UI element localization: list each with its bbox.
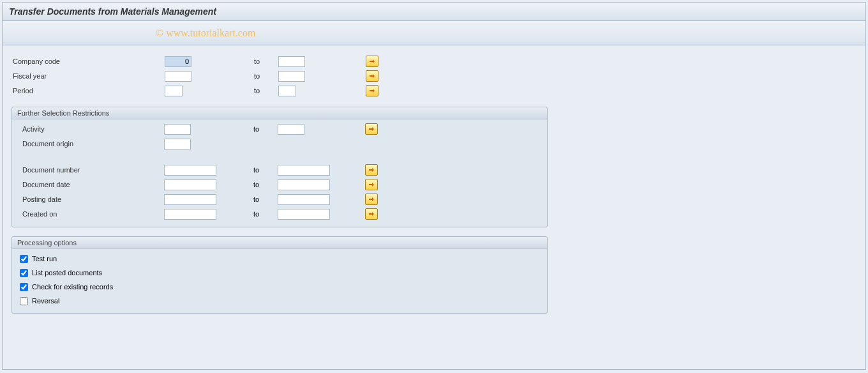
checkbox-check-existing[interactable] [20,283,28,291]
input-company-code-from[interactable] [165,56,191,67]
input-posting-date-from[interactable] [164,194,216,205]
row-document-origin: Document origin [16,137,543,151]
section-body-processing: Test run List posted documents Check for… [12,249,547,308]
multiple-selection-document-number-icon[interactable] [365,164,378,176]
input-activity-from[interactable] [164,124,191,135]
page-title: Transfer Documents from Materials Manage… [3,3,865,21]
row-list-posted: List posted documents [16,266,543,280]
input-document-number-from[interactable] [164,165,216,176]
window-container: Transfer Documents from Materials Manage… [2,2,866,370]
checkbox-reversal[interactable] [20,297,28,305]
multiple-selection-created-on-icon[interactable] [365,208,378,220]
label-company-code: Company code [11,57,165,65]
input-period-to[interactable] [278,86,296,96]
multiple-selection-fiscal-year-icon[interactable] [366,70,378,82]
input-company-code-to[interactable] [278,56,305,67]
multiple-selection-company-code-icon[interactable] [366,56,378,67]
label-period-to: to [254,87,278,95]
label-document-number-to: to [253,166,278,174]
label-activity-to: to [253,125,278,133]
content-area: Company code to Fiscal year to [3,45,865,320]
section-processing-options: Processing options Test run List posted … [11,236,548,314]
row-reversal: Reversal [16,294,543,308]
label-period: Period [11,87,165,95]
row-document-number: Document number to [16,163,543,177]
section-body-further: Activity to Document origin [12,119,547,221]
row-document-date: Document date to [16,178,543,192]
section-header-processing: Processing options [12,237,547,249]
input-activity-to[interactable] [278,124,304,135]
toolbar: © www.tutorialkart.com [3,21,865,45]
watermark-text: © www.tutorialkart.com [156,27,255,39]
input-document-date-from[interactable] [164,179,216,190]
row-company-code: Company code to [11,54,857,68]
multiple-selection-posting-date-icon[interactable] [365,194,378,205]
label-fiscal-year-to: to [254,72,278,80]
section-header-further: Further Selection Restrictions [12,107,547,119]
input-created-on-from[interactable] [164,209,216,220]
input-fiscal-year-to[interactable] [278,71,305,82]
row-test-run: Test run [16,252,543,266]
label-document-number: Document number [16,166,164,174]
label-posting-date: Posting date [16,195,164,203]
row-posting-date: Posting date to [16,192,543,206]
row-fiscal-year: Fiscal year to [11,69,857,83]
row-period: Period to [11,84,857,98]
label-posting-date-to: to [253,195,278,203]
label-activity: Activity [16,125,164,133]
label-fiscal-year: Fiscal year [11,72,165,80]
label-created-on: Created on [16,210,164,218]
input-posting-date-to[interactable] [278,194,330,205]
multiple-selection-document-date-icon[interactable] [365,179,378,190]
label-document-date: Document date [16,181,164,188]
section-further-restrictions: Further Selection Restrictions Activity … [11,107,548,227]
row-check-existing: Check for existing records [16,280,543,294]
input-created-on-to[interactable] [278,209,330,220]
input-document-origin[interactable] [164,139,191,149]
input-fiscal-year-from[interactable] [165,71,191,82]
label-test-run: Test run [32,255,57,263]
top-selection-rows: Company code to Fiscal year to [11,54,857,98]
row-activity: Activity to [16,122,543,136]
label-list-posted: List posted documents [32,269,102,277]
row-created-on: Created on to [16,207,543,221]
label-check-existing: Check for existing records [32,283,113,291]
input-document-date-to[interactable] [278,179,330,190]
checkbox-test-run[interactable] [20,255,28,263]
input-document-number-to[interactable] [278,165,330,176]
checkbox-list-posted[interactable] [20,269,28,277]
label-reversal: Reversal [32,297,59,305]
label-created-on-to: to [253,210,278,218]
multiple-selection-period-icon[interactable] [366,85,378,96]
label-document-date-to: to [253,181,278,188]
label-company-code-to: to [254,57,278,65]
multiple-selection-activity-icon[interactable] [365,123,378,135]
input-period-from[interactable] [165,86,183,96]
label-document-origin: Document origin [16,140,164,148]
